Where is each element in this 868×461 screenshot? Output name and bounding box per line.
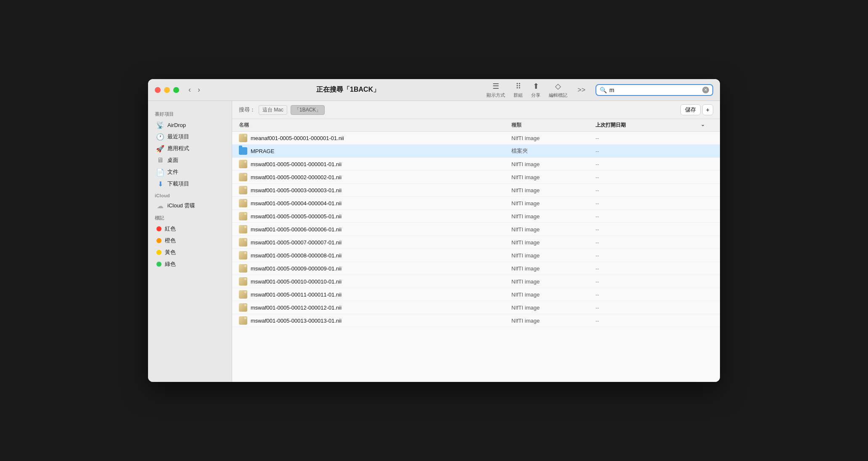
minimize-button[interactable] — [164, 87, 170, 93]
share-button[interactable]: ⬆ 分享 — [531, 82, 540, 98]
save-area: 儲存 + — [680, 104, 713, 115]
favorites-section-title: 喜好項目 — [148, 108, 232, 119]
tag-orange-dot — [156, 238, 161, 243]
file-type: NIfTI image — [511, 187, 595, 193]
file-name: mswaf001-0005-00002-000002-01.nii — [251, 174, 341, 180]
file-name: mswaf001-0005-00006-000006-01.nii — [251, 226, 341, 233]
titlebar: ‹ › 正在搜尋「1BACK」 ☰ 顯示方式 ⠿ 群組 ⬆ 分享 ◇ 編輯標記 … — [148, 79, 720, 101]
sidebar-item-icloud[interactable]: ☁ iCloud 雲碟 — [150, 200, 230, 212]
table-row[interactable]: mswaf001-0005-00011-000011-01.nii NIfTI … — [232, 288, 720, 301]
scope-1back-button[interactable]: 「1BACK」 — [291, 105, 325, 115]
tag-icon: ◇ — [555, 82, 561, 91]
file-date: -- — [595, 213, 701, 220]
search-box[interactable]: 🔍 ✕ — [595, 84, 713, 96]
nifti-file-icon — [239, 290, 247, 299]
table-row[interactable]: mswaf001-0005-00010-000010-01.nii NIfTI … — [232, 275, 720, 288]
file-name: mswaf001-0005-00001-000001-01.nii — [251, 161, 341, 167]
sidebar-item-apps[interactable]: 🚀 應用程式 — [150, 143, 230, 154]
sidebar-item-downloads[interactable]: ⬇ 下載項目 — [150, 178, 230, 190]
search-prefix: 搜尋： — [239, 106, 255, 114]
search-clear-button[interactable]: ✕ — [702, 87, 709, 93]
edit-tag-button[interactable]: ◇ 編輯標記 — [549, 82, 567, 98]
table-row[interactable]: mswaf001-0005-00003-000003-01.nii NIfTI … — [232, 184, 720, 197]
sidebar-item-label: 應用程式 — [167, 145, 189, 152]
add-button[interactable]: + — [702, 104, 713, 115]
file-name: mswaf001-0005-00010-000010-01.nii — [251, 278, 341, 285]
table-row[interactable]: mswaf001-0005-00008-000008-01.nii NIfTI … — [232, 249, 720, 262]
sidebar-item-recent[interactable]: 🕐 最近項目 — [150, 131, 230, 143]
sidebar-item-label: 綠色 — [165, 260, 176, 268]
finder-window: ‹ › 正在搜尋「1BACK」 ☰ 顯示方式 ⠿ 群組 ⬆ 分享 ◇ 編輯標記 … — [148, 79, 720, 382]
group-button[interactable]: ⠿ 群組 — [513, 82, 523, 98]
sidebar-item-label: 橙色 — [165, 237, 176, 244]
col-date-header[interactable]: 上次打開日期 — [595, 122, 701, 129]
back-button[interactable]: ‹ — [186, 84, 193, 96]
table-row[interactable]: mswaf001-0005-00005-000005-01.nii NIfTI … — [232, 210, 720, 223]
table-row[interactable]: MPRAGE 檔案夾 -- — [232, 145, 720, 158]
sidebar-item-tag-red[interactable]: 紅色 — [150, 223, 230, 235]
maximize-button[interactable] — [173, 87, 179, 93]
search-icon: 🔍 — [600, 87, 607, 93]
sidebar-item-tag-yellow[interactable]: 黃色 — [150, 246, 230, 258]
file-name-cell: mswaf001-0005-00005-000005-01.nii — [239, 212, 511, 220]
sidebar-item-tag-green[interactable]: 綠色 — [150, 258, 230, 270]
file-date: -- — [595, 187, 701, 193]
file-name-cell: mswaf001-0005-00009-000009-01.nii — [239, 264, 511, 273]
display-mode-button[interactable]: ☰ 顯示方式 — [487, 82, 505, 98]
file-name-cell: mswaf001-0005-00001-000001-01.nii — [239, 160, 511, 168]
search-scope-bar: 搜尋： 這台 Mac 「1BACK」 儲存 + — [232, 101, 720, 119]
sidebar-item-desktop[interactable]: 🖥 桌面 — [150, 154, 230, 166]
sidebar-item-label: 下載項目 — [167, 180, 189, 188]
nifti-file-icon — [239, 251, 247, 260]
file-name-cell: mswaf001-0005-00002-000002-01.nii — [239, 173, 511, 181]
col-name-header: 名稱 — [239, 122, 511, 129]
sidebar-item-airdrop[interactable]: 📡 AirDrop — [150, 119, 230, 131]
file-date: -- — [595, 239, 701, 246]
nav-buttons: ‹ › — [186, 84, 203, 96]
file-table: 名稱 種類 上次打開日期 ⌄ meanaf001-0005-00001-0000… — [232, 119, 720, 382]
icloud-section-title: iCloud — [148, 190, 232, 200]
file-date: -- — [595, 200, 701, 207]
expand-toolbar-button[interactable]: >> — [576, 85, 587, 95]
table-row[interactable]: mswaf001-0005-00009-000009-01.nii NIfTI … — [232, 262, 720, 275]
sidebar-item-label: 黃色 — [165, 249, 176, 256]
forward-button[interactable]: › — [195, 84, 203, 96]
table-row[interactable]: mswaf001-0005-00004-000004-01.nii NIfTI … — [232, 197, 720, 210]
nifti-file-icon — [239, 199, 247, 207]
file-name-cell: mswaf001-0005-00006-000006-01.nii — [239, 225, 511, 233]
table-row[interactable]: mswaf001-0005-00013-000013-01.nii NIfTI … — [232, 314, 720, 327]
file-type: NIfTI image — [511, 278, 595, 285]
file-type: NIfTI image — [511, 318, 595, 324]
sidebar-item-docs[interactable]: 📄 文件 — [150, 166, 230, 178]
file-date: -- — [595, 135, 701, 141]
clock-icon: 🕐 — [156, 133, 164, 140]
close-button[interactable] — [155, 87, 161, 93]
nifti-file-icon — [239, 225, 247, 233]
content-area: 喜好項目 📡 AirDrop 🕐 最近項目 🚀 應用程式 🖥 桌面 📄 文件 — [148, 101, 720, 382]
table-row[interactable]: mswaf001-0005-00002-000002-01.nii NIfTI … — [232, 171, 720, 184]
tags-section-title: 標記 — [148, 212, 232, 223]
table-row[interactable]: mswaf001-0005-00006-000006-01.nii NIfTI … — [232, 223, 720, 236]
folder-icon — [239, 147, 247, 155]
save-search-button[interactable]: 儲存 — [680, 104, 701, 115]
share-icon: ⬆ — [533, 82, 539, 91]
nifti-file-icon — [239, 238, 247, 246]
window-title: 正在搜尋「1BACK」 — [209, 85, 487, 94]
nifti-file-icon — [239, 303, 247, 312]
table-row[interactable]: meanaf001-0005-00001-000001-01.nii NIfTI… — [232, 132, 720, 145]
tag-green-dot — [156, 262, 161, 267]
file-date: -- — [595, 291, 701, 298]
search-input[interactable] — [609, 87, 700, 93]
file-name-cell: mswaf001-0005-00011-000011-01.nii — [239, 290, 511, 299]
nifti-file-icon — [239, 160, 247, 168]
file-type: NIfTI image — [511, 174, 595, 180]
file-name: mswaf001-0005-00013-000013-01.nii — [251, 318, 341, 324]
table-row[interactable]: mswaf001-0005-00012-000012-01.nii NIfTI … — [232, 301, 720, 314]
table-row[interactable]: mswaf001-0005-00001-000001-01.nii NIfTI … — [232, 158, 720, 171]
col-type-header: 種類 — [511, 122, 595, 129]
downloads-icon: ⬇ — [156, 180, 164, 188]
file-name: mswaf001-0005-00012-000012-01.nii — [251, 305, 341, 311]
sidebar-item-tag-orange[interactable]: 橙色 — [150, 235, 230, 246]
table-row[interactable]: mswaf001-0005-00007-000007-01.nii NIfTI … — [232, 236, 720, 249]
scope-this-mac-button[interactable]: 這台 Mac — [259, 105, 287, 115]
